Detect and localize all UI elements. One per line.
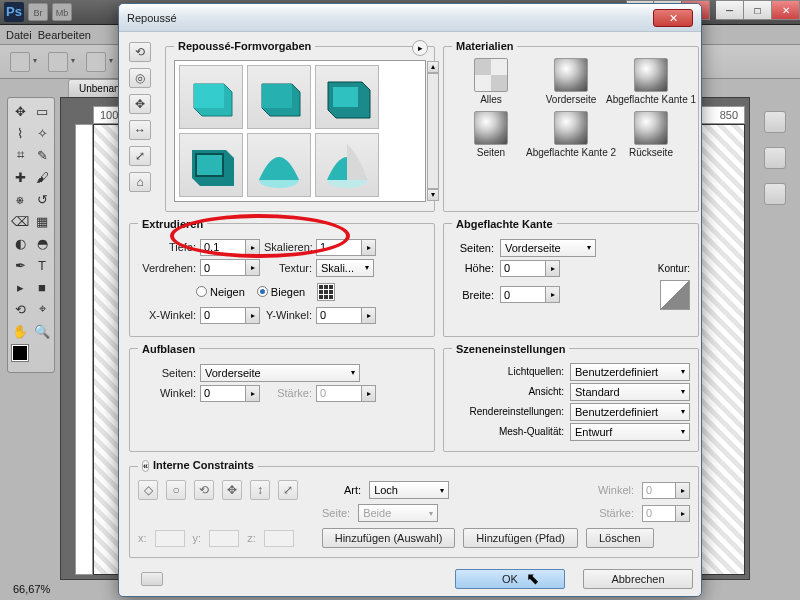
dodge-tool-icon[interactable]: ◓ (32, 233, 52, 253)
layers-panel-icon[interactable] (764, 111, 786, 133)
move-tool-icon[interactable]: ✥ (10, 101, 30, 121)
spinner-button[interactable]: ▸ (546, 286, 560, 303)
preset-thumb[interactable] (315, 65, 379, 129)
constraint-type-select[interactable]: Loch▾ (369, 481, 449, 499)
collapse-button[interactable]: « (142, 460, 149, 472)
twist-input[interactable] (200, 259, 246, 276)
doc-minimize-button[interactable]: ─ (716, 0, 744, 20)
preset-thumb[interactable] (179, 65, 243, 129)
rotate-tool-icon[interactable]: ⟲ (129, 42, 151, 62)
type-tool-icon[interactable]: T (32, 255, 52, 275)
zoom-tool-icon[interactable]: 🔍 (32, 321, 52, 341)
tilt-radio[interactable]: Neigen (196, 286, 245, 298)
history-brush-icon[interactable]: ↺ (32, 189, 52, 209)
material-bevel2[interactable]: Abgeflachte Kante 2 (536, 111, 606, 158)
stamp-tool-icon[interactable]: ⎈ (10, 189, 30, 209)
spinner-button[interactable]: ▸ (362, 307, 376, 324)
mesh-select[interactable]: Entwurf▾ (570, 423, 690, 441)
lasso-tool-icon[interactable]: ⌇ (10, 123, 30, 143)
hand-tool-icon[interactable]: ✋ (10, 321, 30, 341)
material-back[interactable]: Rückseite (616, 111, 686, 158)
3d-rotate-icon[interactable]: ⟲ (10, 299, 30, 319)
wand-tool-icon[interactable]: ✧ (32, 123, 52, 143)
layer-icon[interactable] (141, 572, 163, 586)
ok-button[interactable]: OK (455, 569, 565, 589)
constraint-icon[interactable]: ↕ (250, 480, 270, 500)
spinner-button[interactable]: ▸ (362, 239, 376, 256)
presets-scrollbar[interactable]: ▴▾ (427, 61, 439, 201)
spinner-button[interactable]: ▸ (546, 260, 560, 277)
blur-tool-icon[interactable]: ◐ (10, 233, 30, 253)
constraint-icon[interactable]: ⤢ (278, 480, 298, 500)
color-swatches[interactable] (10, 345, 52, 369)
render-select[interactable]: Benutzerdefiniert▾ (570, 403, 690, 421)
preset-thumb[interactable] (247, 133, 311, 197)
eraser-tool-icon[interactable]: ⌫ (10, 211, 30, 231)
material-sides[interactable]: Seiten (456, 111, 526, 158)
styles-panel-icon[interactable] (764, 183, 786, 205)
presets-flyout-button[interactable]: ▸ (412, 40, 428, 56)
constraint-icon[interactable]: ✥ (222, 480, 242, 500)
constraint-icon[interactable]: ○ (166, 480, 186, 500)
3d-camera-icon[interactable]: ⌖ (32, 299, 52, 319)
view-select[interactable]: Standard▾ (570, 383, 690, 401)
scale-tool-icon[interactable]: ⤢ (129, 146, 151, 166)
pan-tool-icon[interactable]: ✥ (129, 94, 151, 114)
material-bevel1[interactable]: Abgeflachte Kante 1 (616, 58, 686, 105)
preset-thumb[interactable] (179, 133, 243, 197)
marquee-tool-icon[interactable]: ▭ (32, 101, 52, 121)
path-select-icon[interactable]: ▸ (10, 277, 30, 297)
add-selection-button[interactable]: Hinzufügen (Auswahl) (322, 528, 456, 548)
toolbar-tool-3[interactable] (86, 52, 106, 72)
adjustments-panel-icon[interactable] (764, 147, 786, 169)
spinner-button[interactable]: ▸ (246, 307, 260, 324)
dialog-close-button[interactable]: ✕ (653, 9, 693, 27)
xangle-input[interactable] (200, 307, 246, 324)
add-path-button[interactable]: Hinzufügen (Pfad) (463, 528, 578, 548)
roll-tool-icon[interactable]: ◎ (129, 68, 151, 88)
zoom-level[interactable]: 66,67% (13, 583, 50, 595)
bevel-height-input[interactable] (500, 260, 546, 277)
slide-tool-icon[interactable]: ↔ (129, 120, 151, 140)
material-front[interactable]: Vorderseite (536, 58, 606, 105)
constraint-icon[interactable]: ⟲ (194, 480, 214, 500)
depth-input[interactable] (200, 239, 246, 256)
doc-maximize-button[interactable]: □ (744, 0, 772, 20)
menu-edit[interactable]: Bearbeiten (38, 29, 91, 41)
scale-input[interactable] (316, 239, 362, 256)
toolbar-tool-1[interactable] (10, 52, 30, 72)
doc-close-button[interactable]: ✕ (772, 0, 800, 20)
texture-select[interactable]: Skali...▾ (316, 259, 374, 277)
shape-tool-icon[interactable]: ■ (32, 277, 52, 297)
inflate-angle-input[interactable] (200, 385, 246, 402)
minibridge-icon[interactable]: Mb (52, 3, 72, 21)
gradient-tool-icon[interactable]: ▦ (32, 211, 52, 231)
spinner-button[interactable]: ▸ (246, 239, 260, 256)
lights-select[interactable]: Benutzerdefiniert▾ (570, 363, 690, 381)
pen-tool-icon[interactable]: ✒ (10, 255, 30, 275)
spinner-button[interactable]: ▸ (246, 385, 260, 402)
bevel-width-input[interactable] (500, 286, 546, 303)
crop-tool-icon[interactable]: ⌗ (10, 145, 30, 165)
dialog-titlebar[interactable]: Repoussé ✕ (119, 4, 701, 32)
menu-file[interactable]: Datei (6, 29, 32, 41)
delete-button[interactable]: Löschen (586, 528, 654, 548)
brush-tool-icon[interactable]: 🖌 (32, 167, 52, 187)
spinner-button[interactable]: ▸ (246, 259, 260, 276)
toolbar-tool-2[interactable] (48, 52, 68, 72)
bend-radio[interactable]: Biegen (257, 286, 305, 298)
eyedropper-tool-icon[interactable]: ✎ (32, 145, 52, 165)
inflate-sides-select[interactable]: Vorderseite▾ (200, 364, 360, 382)
bridge-icon[interactable]: Br (28, 3, 48, 21)
yangle-input[interactable] (316, 307, 362, 324)
preset-thumb[interactable] (315, 133, 379, 197)
contour-picker[interactable] (660, 280, 690, 310)
cancel-button[interactable]: Abbrechen (583, 569, 693, 589)
home-tool-icon[interactable]: ⌂ (129, 172, 151, 192)
origin-grid-icon[interactable] (317, 283, 335, 301)
bevel-sides-select[interactable]: Vorderseite▾ (500, 239, 596, 257)
preset-thumb[interactable] (247, 65, 311, 129)
heal-tool-icon[interactable]: ✚ (10, 167, 30, 187)
constraint-icon[interactable]: ◇ (138, 480, 158, 500)
material-all[interactable]: Alles (456, 58, 526, 105)
